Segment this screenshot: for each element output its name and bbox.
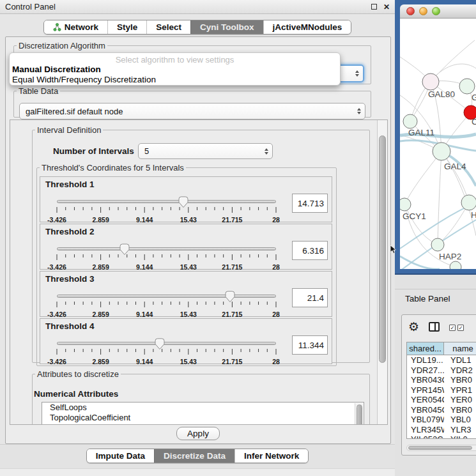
table-row[interactable]: YPR145WYPR1 <box>407 385 476 395</box>
table-cell[interactable]: YPR1 <box>444 385 476 395</box>
table-row[interactable]: YER054CYER0 <box>407 395 476 405</box>
svg-text:-3.426: -3.426 <box>47 263 66 271</box>
table-cell[interactable]: YBR0 <box>444 375 476 385</box>
table-cell[interactable]: YER0 <box>444 395 476 405</box>
numerical-attributes-list[interactable]: SelfLoopsTopologicalCoefficientBetweenne… <box>42 402 364 425</box>
close-icon[interactable]: ✕ <box>383 3 390 11</box>
table-cell[interactable]: YIL052C <box>407 434 444 439</box>
attribute-list-item[interactable]: BetweennessCentrality <box>42 423 364 425</box>
apply-button[interactable]: Apply <box>176 427 220 440</box>
right-column: GAL80GCGAL11GAL4GCY1HHAP2 Table Panel ⚙ … <box>395 0 476 476</box>
threshold-value-field[interactable]: 21.4 <box>292 288 328 307</box>
tab-impute-data[interactable]: Impute Data <box>87 449 154 463</box>
interval-definition-group: Interval Definition Number of Intervals … <box>32 125 370 363</box>
number-of-intervals-label: Number of Intervals <box>53 146 134 156</box>
svg-text:9.144: 9.144 <box>136 216 153 224</box>
slider-thumb[interactable] <box>178 196 188 208</box>
split-columns-icon[interactable] <box>429 322 440 332</box>
minimize-traffic-light-icon[interactable] <box>419 7 427 15</box>
network-window-titlebar[interactable] <box>400 4 476 19</box>
network-node <box>431 238 444 251</box>
threshold-value-field[interactable]: 11.344 <box>292 335 328 355</box>
popup-item[interactable]: Equal Width/Frequency Discretization <box>10 75 340 85</box>
number-of-intervals-combobox[interactable]: 5 <box>138 143 273 159</box>
svg-text:9.144: 9.144 <box>136 358 153 365</box>
tab-discretize-data[interactable]: Discretize Data <box>154 449 234 463</box>
table-cell[interactable]: YBR043C <box>407 375 444 385</box>
table-row[interactable]: YBR043CYBR0 <box>407 375 476 385</box>
table-cell[interactable]: YLR3 <box>444 425 476 435</box>
network-node <box>461 195 476 210</box>
network-canvas[interactable]: GAL80GCGAL11GAL4GCY1HHAP2 <box>400 19 476 269</box>
threshold-label: Threshold 1 <box>45 180 95 189</box>
zoom-traffic-light-icon[interactable] <box>432 7 440 15</box>
table-cell[interactable]: YBR0 <box>444 405 476 415</box>
checkbox-checked-icon[interactable]: ✓ <box>449 325 456 331</box>
panel-scrollbar-thumb[interactable] <box>379 135 386 363</box>
table-cell[interactable]: YDR2 <box>444 365 476 376</box>
table-cell[interactable]: YBL079W <box>407 415 444 425</box>
svg-text:15.43: 15.43 <box>180 216 197 224</box>
table-hscrollbar-thumb[interactable] <box>408 446 472 450</box>
threshold-panel: Threshold 4-3.4262.8599.14415.4321.71528… <box>40 318 332 364</box>
svg-text:2.859: 2.859 <box>92 311 109 318</box>
panel-scrollbar[interactable] <box>377 120 387 424</box>
tab-label: Discretize Data <box>164 451 226 461</box>
float-window-icon[interactable] <box>371 4 377 10</box>
svg-text:2.859: 2.859 <box>92 263 109 271</box>
table-cell[interactable]: YBR045C <box>407 405 444 415</box>
threshold-slider[interactable]: -3.4262.8599.14415.4321.71528 <box>57 295 276 316</box>
table-cell[interactable]: YDR27... <box>407 365 444 376</box>
popup-item[interactable]: Manual Discretization <box>10 65 340 75</box>
table-panel: ⚙ ✓✓ shared...name YDL19...YDL1YDR27...Y… <box>401 314 476 456</box>
threshold-value-field[interactable]: 14.713 <box>292 194 328 213</box>
threshold-slider[interactable]: -3.4262.8599.14415.4321.71528 <box>57 247 276 269</box>
threshold-value-field[interactable]: 6.316 <box>292 241 328 260</box>
close-traffic-light-icon[interactable] <box>406 7 415 15</box>
table-cell[interactable]: YER054C <box>407 395 444 405</box>
network-node <box>459 79 475 94</box>
slider-track[interactable] <box>57 342 276 345</box>
table-cell[interactable]: YDL1 <box>444 355 476 365</box>
threshold-panel: Threshold 1-3.4262.8599.14415.4321.71528… <box>40 176 332 222</box>
svg-text:21.715: 21.715 <box>222 358 242 365</box>
table-row[interactable]: YIL052CYIL0 <box>407 434 476 439</box>
list-scrollbar[interactable] <box>355 403 363 425</box>
tab-infer-network[interactable]: Infer Network <box>234 449 308 463</box>
tab-jactivemnodules[interactable]: jActiveMNodules <box>263 20 351 34</box>
table-cell[interactable]: YIL0 <box>444 434 476 439</box>
attribute-list-item[interactable]: SelfLoops <box>42 403 364 413</box>
table-data-combobox-value: galFiltered.sif default node <box>26 107 355 116</box>
table-data-combobox[interactable]: galFiltered.sif default node <box>19 103 365 119</box>
table-hscrollbar[interactable] <box>406 445 476 451</box>
svg-text:28: 28 <box>272 263 280 271</box>
slider-track[interactable] <box>57 200 276 203</box>
threshold-slider[interactable]: -3.4262.8599.14415.4321.71528 <box>57 342 276 364</box>
table-row[interactable]: YLR345WYLR3 <box>407 425 476 435</box>
column-header-1[interactable]: shared... <box>407 342 444 355</box>
table-cell[interactable]: YBL0 <box>444 415 476 425</box>
slider-thumb[interactable] <box>119 243 130 256</box>
table-row[interactable]: YBL079WYBL0 <box>407 415 476 425</box>
checkbox-checked-icon[interactable]: ✓ <box>457 325 464 331</box>
table-row[interactable]: YDL19...YDL1 <box>407 355 476 365</box>
tab-cyni-toolbox[interactable]: Cyni Toolbox <box>190 20 263 34</box>
table-cell[interactable]: YPR145W <box>407 385 444 395</box>
threshold-label: Threshold 3 <box>45 274 95 284</box>
tab-select[interactable]: Select <box>146 20 190 34</box>
gear-icon[interactable]: ⚙ <box>408 321 419 333</box>
attribute-list-item[interactable]: TopologicalCoefficient <box>42 413 364 423</box>
threshold-slider[interactable]: -3.4262.8599.14415.4321.71528 <box>57 200 276 222</box>
tab-network[interactable]: Network <box>44 20 107 34</box>
slider-thumb[interactable] <box>155 338 165 350</box>
tab-style[interactable]: Style <box>107 20 146 34</box>
table-row[interactable]: YBR045CYBR0 <box>407 405 476 415</box>
table-cell[interactable]: YDL19... <box>407 355 444 365</box>
slider-track[interactable] <box>57 295 276 298</box>
column-header-2[interactable]: name <box>444 342 476 355</box>
slider-track[interactable] <box>57 247 276 250</box>
table-row[interactable]: YDR27...YDR2 <box>407 365 476 376</box>
table-data-legend: Table Data <box>17 86 60 96</box>
slider-thumb[interactable] <box>225 291 235 303</box>
table-cell[interactable]: YLR345W <box>407 425 444 435</box>
